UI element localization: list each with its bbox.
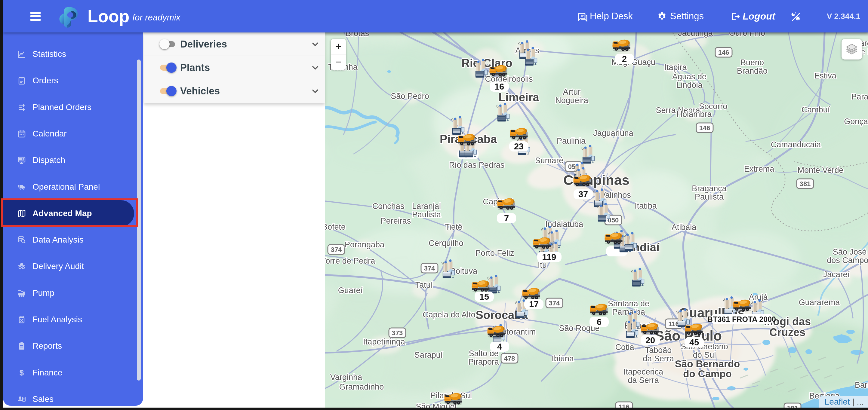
svg-text:São Bernardo: São Bernardo xyxy=(675,358,740,370)
svg-text:dos Campos: dos Campos xyxy=(827,256,868,265)
svg-text:Paulista: Paulista xyxy=(695,192,724,201)
svg-text:do Campo: do Campo xyxy=(683,368,732,379)
svg-text:Barra: Barra xyxy=(855,381,868,389)
svg-text:Taboão: Taboão xyxy=(645,346,672,355)
svg-text:Gramadinho: Gramadinho xyxy=(339,382,384,391)
svg-text:Valinhos: Valinhos xyxy=(600,191,631,199)
svg-text:373: 373 xyxy=(392,329,403,337)
svg-text:Paulista: Paulista xyxy=(412,210,441,219)
svg-text:Campinas: Campinas xyxy=(563,172,629,188)
svg-text:Conchas: Conchas xyxy=(372,202,405,211)
svg-text:da Serra: da Serra xyxy=(628,376,659,385)
svg-text:Gonçalves: Gonçalves xyxy=(844,117,868,126)
svg-text:São José: São José xyxy=(833,247,867,256)
svg-text:37: 37 xyxy=(578,189,588,199)
svg-text:116: 116 xyxy=(668,320,679,328)
svg-text:Capela do Alto: Capela do Alto xyxy=(423,310,475,319)
svg-text:Sarapuí: Sarapuí xyxy=(414,350,443,359)
svg-text:Lindóia: Lindóia xyxy=(676,81,703,90)
svg-text:Jaguariúna: Jaguariúna xyxy=(593,129,634,138)
svg-text:116: 116 xyxy=(619,403,629,408)
svg-text:Paraisó: Paraisó xyxy=(851,92,868,101)
svg-text:Bofete: Bofete xyxy=(325,222,346,231)
svg-text:Santana de: Santana de xyxy=(608,299,649,308)
svg-text:Brandão: Brandão xyxy=(737,66,768,75)
svg-text:7: 7 xyxy=(504,213,509,223)
svg-text:Itatiba: Itatiba xyxy=(634,201,657,211)
svg-text:Águas de: Águas de xyxy=(672,72,707,81)
svg-text:Itapecerica: Itapecerica xyxy=(623,367,663,376)
svg-text:Bueno: Bueno xyxy=(741,58,764,67)
svg-text:17: 17 xyxy=(529,299,539,309)
svg-text:Paulinia: Paulinia xyxy=(557,136,586,146)
svg-text:BT361 FROTA 2000: BT361 FROTA 2000 xyxy=(707,315,776,323)
svg-text:20: 20 xyxy=(645,336,655,345)
svg-text:Atibaia: Atibaia xyxy=(672,223,697,232)
svg-text:Rio das Pedras: Rio das Pedras xyxy=(449,160,505,169)
svg-text:374: 374 xyxy=(424,264,435,272)
svg-text:Estiva: Estiva xyxy=(814,71,837,80)
svg-text:Cambuí: Cambuí xyxy=(802,105,830,114)
svg-text:da Serra: da Serra xyxy=(643,354,674,363)
svg-text:Guareí: Guareí xyxy=(338,286,363,295)
svg-text:Porto Feliz: Porto Feliz xyxy=(475,249,514,258)
svg-text:Torre de Pedra: Torre de Pedra xyxy=(325,256,375,265)
svg-text:Limeira: Limeira xyxy=(498,91,539,104)
svg-text:146: 146 xyxy=(718,49,730,56)
svg-text:Pirapora: Pirapora xyxy=(468,357,499,367)
svg-text:6: 6 xyxy=(597,317,601,327)
svg-text:Nogueira: Nogueira xyxy=(555,96,589,105)
svg-text:Itapetininga: Itapetininga xyxy=(363,337,405,346)
svg-text:Extrema: Extrema xyxy=(744,164,775,174)
svg-text:Sumaré: Sumaré xyxy=(535,156,564,165)
svg-text:16: 16 xyxy=(494,82,504,91)
svg-text:$: $ xyxy=(20,368,24,377)
svg-text:Laranjal: Laranjal xyxy=(412,202,441,211)
svg-text:Monte Verde: Monte Verde xyxy=(797,166,843,175)
svg-text:119: 119 xyxy=(542,252,556,262)
svg-text:Guararema: Guararema xyxy=(799,298,840,307)
svg-text:Jacareí: Jacareí xyxy=(823,270,850,279)
svg-text:374: 374 xyxy=(331,246,342,253)
svg-text:Tatuí: Tatuí xyxy=(415,280,433,289)
svg-text:Tietê: Tietê xyxy=(444,222,462,231)
svg-text:4: 4 xyxy=(497,342,502,351)
svg-text:Itapira: Itapira xyxy=(664,63,687,72)
svg-text:Cerquilho: Cerquilho xyxy=(429,239,463,248)
svg-text:Camanducaia: Camanducaia xyxy=(771,140,822,149)
svg-text:São Pedro: São Pedro xyxy=(391,92,429,101)
svg-text:Cruzes: Cruzes xyxy=(769,326,805,339)
svg-text:101: 101 xyxy=(787,404,798,408)
svg-text:Artur: Artur xyxy=(563,88,581,96)
svg-text:146: 146 xyxy=(699,124,710,132)
svg-text:381: 381 xyxy=(800,180,811,188)
svg-text:45: 45 xyxy=(689,338,699,347)
svg-text:374: 374 xyxy=(549,299,560,307)
svg-text:Cotia: Cotia xyxy=(615,343,634,352)
svg-text:478: 478 xyxy=(504,355,515,362)
svg-text:Bragança: Bragança xyxy=(692,184,727,193)
svg-text:Pereiras: Pereiras xyxy=(381,216,411,225)
svg-text:23: 23 xyxy=(514,141,524,151)
svg-text:Porangaba: Porangaba xyxy=(345,240,385,249)
svg-text:15: 15 xyxy=(479,292,489,302)
svg-text:Ibiúna: Ibiúna xyxy=(552,354,574,363)
svg-text:Varginha: Varginha xyxy=(330,373,363,382)
svg-text:Indaiatuba: Indaiatuba xyxy=(545,220,584,229)
svg-text:2: 2 xyxy=(622,54,627,64)
svg-text:Holambra: Holambra xyxy=(676,110,712,119)
